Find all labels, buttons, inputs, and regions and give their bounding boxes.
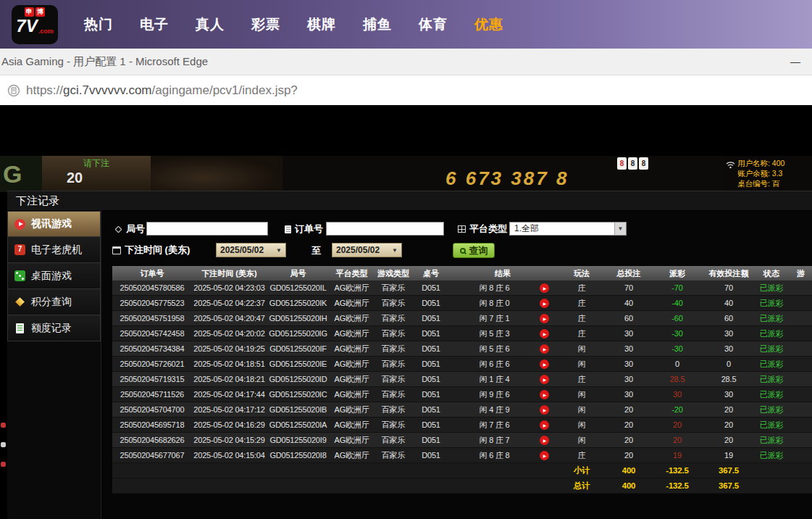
result-text: 闲 7 庄 6 bbox=[449, 420, 540, 431]
result-cell: 闲 7 庄 6▶ bbox=[449, 420, 556, 431]
replay-icon[interactable]: ▶ bbox=[540, 314, 549, 323]
table-cell: 已派彩 bbox=[753, 359, 790, 370]
edge-icon[interactable] bbox=[1, 462, 6, 467]
table-cell: 250502045677067 bbox=[112, 451, 192, 460]
replay-icon[interactable]: ▶ bbox=[540, 375, 549, 384]
result-text: 闲 6 庄 8 bbox=[449, 450, 540, 461]
replay-icon[interactable]: ▶ bbox=[540, 405, 549, 415]
minimize-button[interactable]: — bbox=[790, 56, 800, 67]
logo-badge-1: 申 bbox=[25, 7, 34, 17]
table-cell: 百家乐 bbox=[374, 420, 413, 431]
playing-cards: 8 8 8 bbox=[617, 157, 648, 170]
platform-label: 平台类型 bbox=[458, 222, 507, 236]
edge-icon[interactable] bbox=[1, 423, 6, 428]
panel-title: 下注记录 bbox=[16, 194, 59, 208]
replay-icon[interactable]: ▶ bbox=[540, 329, 549, 339]
replay-icon[interactable]: ▶ bbox=[540, 436, 549, 445]
order-label-text: 订单号 bbox=[295, 223, 323, 236]
sidebar-item-4[interactable]: 积分查询 bbox=[7, 289, 101, 315]
nav-item-8[interactable]: 优惠 bbox=[474, 15, 503, 34]
table-row: 2505020457343842025-05-02 04:19:25GD0512… bbox=[112, 341, 812, 357]
nav-item-7[interactable]: 体育 bbox=[419, 15, 448, 34]
table-row: 2505020457047002025-05-02 04:17:12GD0512… bbox=[112, 402, 812, 418]
table-cell: GD051255020IG bbox=[267, 329, 330, 338]
search-icon bbox=[460, 248, 466, 254]
search-button[interactable]: 查询 bbox=[453, 243, 495, 258]
user-balance-line: 账户余额: 3.3 bbox=[737, 168, 812, 178]
order-input[interactable] bbox=[326, 222, 444, 236]
logo-suffix-text: .com bbox=[38, 28, 54, 35]
sidebar-item-3[interactable]: 桌面游戏 bbox=[7, 263, 101, 289]
replay-icon[interactable]: ▶ bbox=[540, 299, 549, 308]
table-cell: 20 bbox=[704, 436, 753, 444]
edge-icon[interactable] bbox=[1, 442, 6, 447]
result-text: 闲 5 庄 6 bbox=[449, 344, 540, 354]
edge-shortcut-icons bbox=[1, 423, 7, 467]
column-header-11: 有效投注额 bbox=[704, 268, 753, 279]
page-icon[interactable] bbox=[7, 84, 20, 97]
table-cell: 2025-05-02 04:15:04 bbox=[192, 451, 267, 460]
result-cell: 闲 8 庄 0▶ bbox=[449, 298, 556, 309]
platform-select[interactable]: 1.全部 ▼ bbox=[509, 222, 627, 236]
column-header-4: 平台类型 bbox=[330, 268, 374, 279]
table-cell: 60 bbox=[704, 314, 753, 323]
round-input[interactable] bbox=[146, 222, 268, 236]
nav-item-2[interactable]: 电子 bbox=[140, 15, 169, 34]
user-name-line: 用户名称: 400 bbox=[737, 158, 812, 168]
table-cell: 30 bbox=[607, 329, 650, 338]
table-cell: 百家乐 bbox=[374, 359, 413, 370]
table-cell: -132.5 bbox=[650, 481, 704, 490]
nav-item-3[interactable]: 真人 bbox=[196, 15, 225, 34]
replay-icon[interactable]: ▶ bbox=[540, 283, 549, 293]
replay-icon[interactable]: ▶ bbox=[540, 420, 549, 430]
sidebar-item-2[interactable]: 电子老虎机 bbox=[7, 237, 101, 263]
chevron-down-icon: ▼ bbox=[614, 223, 626, 235]
table-cell: 2025-05-02 04:22:37 bbox=[192, 299, 267, 307]
replay-icon[interactable]: ▶ bbox=[540, 360, 549, 369]
result-cell: 闲 1 庄 4▶ bbox=[449, 374, 556, 385]
table-cell: 400 bbox=[607, 466, 650, 475]
replay-icon[interactable]: ▶ bbox=[540, 390, 549, 399]
table-cell: -30 bbox=[650, 344, 704, 353]
table-cell: 250502045726021 bbox=[112, 360, 192, 368]
table-cell: 百家乐 bbox=[374, 435, 413, 446]
date-from-select[interactable]: 2025/05/02 ▼ bbox=[216, 243, 286, 257]
panel-sidebar: 视讯游戏电子老虎机桌面游戏积分查询额度记录 bbox=[7, 211, 101, 519]
panel-header: 下注记录 bbox=[7, 191, 812, 211]
table-cell: 367.5 bbox=[704, 466, 753, 475]
url-text[interactable]: https://gci.7vvvvvv.com/agingame/pcv1/in… bbox=[26, 83, 298, 98]
table-row: 2505020456957182025-05-02 04:16:29GD0512… bbox=[112, 418, 812, 433]
table-cell: 20 bbox=[704, 420, 753, 429]
table-cell: -70 bbox=[650, 283, 704, 292]
game-thumbnail-bet: 请下注 20 bbox=[42, 156, 151, 192]
site-logo[interactable]: 申 博 7V .com bbox=[12, 5, 58, 44]
table-cell: AG欧洲厅 bbox=[330, 298, 374, 309]
chevron-down-icon: ▼ bbox=[392, 247, 398, 254]
table-cell: 2025-05-02 04:17:12 bbox=[192, 405, 267, 414]
address-bar: https://gci.7vvvvvv.com/agingame/pcv1/in… bbox=[0, 75, 812, 105]
date-to-select[interactable]: 2025/05/02 ▼ bbox=[332, 243, 402, 257]
jackpot-counter: 6 673 387 8 bbox=[445, 167, 569, 190]
order-label: 订单号 bbox=[285, 222, 323, 236]
sidebar-item-5[interactable]: 额度记录 bbox=[7, 315, 101, 341]
table-cell: 30 bbox=[650, 390, 704, 399]
table-cell: 已派彩 bbox=[753, 313, 790, 324]
replay-icon[interactable]: ▶ bbox=[540, 451, 549, 460]
records-icon bbox=[16, 323, 24, 333]
table-cell: 70 bbox=[607, 283, 650, 292]
dice-icon bbox=[14, 270, 25, 281]
table-cell: AG欧洲厅 bbox=[330, 374, 374, 385]
card-icon: 8 bbox=[628, 157, 637, 170]
table-cell: -132.5 bbox=[650, 466, 704, 475]
table-cell: GD051255020IK bbox=[267, 299, 330, 307]
sidebar-item-1[interactable]: 视讯游戏 bbox=[7, 211, 101, 237]
nav-item-4[interactable]: 彩票 bbox=[251, 15, 280, 34]
nav-item-1[interactable]: 热门 bbox=[84, 15, 113, 34]
nav-item-5[interactable]: 棋牌 bbox=[307, 15, 336, 34]
replay-icon[interactable]: ▶ bbox=[540, 344, 549, 354]
result-cell: 闲 6 庄 8▶ bbox=[449, 450, 556, 461]
result-text: 闲 8 庄 0 bbox=[449, 298, 540, 309]
table-cell: 60 bbox=[607, 314, 650, 323]
nav-item-6[interactable]: 捕鱼 bbox=[363, 15, 392, 34]
table-cell: D051 bbox=[413, 360, 449, 368]
